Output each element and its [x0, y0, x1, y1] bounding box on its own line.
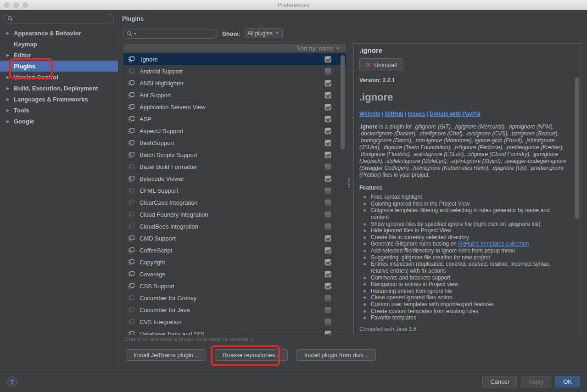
- plugin-checkbox[interactable]: [324, 330, 331, 336]
- plugin-checkbox[interactable]: [324, 175, 331, 182]
- plugin-row[interactable]: Cloud Foundry integration: [123, 208, 346, 220]
- sidebar-item-google[interactable]: ▶Google: [0, 116, 118, 127]
- chevron-right-icon[interactable]: ▶: [6, 108, 14, 112]
- plugin-checkbox[interactable]: [324, 223, 331, 230]
- plugin-checkbox[interactable]: [324, 283, 331, 290]
- chevron-right-icon[interactable]: ▶: [6, 86, 14, 90]
- help-button[interactable]: ?: [7, 376, 17, 387]
- plugin-row[interactable]: CloudBees integration: [123, 220, 346, 232]
- feature-link[interactable]: GitHub's templates collection: [458, 241, 529, 247]
- plugin-link-website[interactable]: Website: [359, 111, 380, 117]
- chevron-right-icon[interactable]: ▶: [6, 97, 14, 101]
- sidebar-item-plugins[interactable]: Plugins: [0, 61, 118, 72]
- chevron-right-icon[interactable]: ▶: [6, 119, 14, 123]
- plugin-checkbox[interactable]: [324, 187, 331, 194]
- plugin-row[interactable]: Cucumber for Groovy: [123, 292, 346, 304]
- plugin-row[interactable]: AspectJ Support: [123, 125, 346, 137]
- plugin-checkbox[interactable]: [324, 128, 331, 134]
- sidebar-item-editor[interactable]: ▶Editor: [0, 50, 118, 61]
- plugin-list-scrollbar[interactable]: [341, 55, 345, 149]
- plugin-row[interactable]: ANSI Highlighter: [123, 77, 346, 89]
- sort-header[interactable]: Sort by: name ▼: [123, 44, 346, 53]
- description-list: .gitignore (GIT), .hgignore (Mercurial),…: [359, 123, 566, 178]
- feature-item: Comments and brackets support: [359, 274, 569, 281]
- plugin-checkbox[interactable]: [324, 80, 331, 87]
- sidebar-item-appearance-behavior[interactable]: ▶Appearance & Behavior: [0, 28, 118, 39]
- sidebar-item-build-execution-deployment[interactable]: ▶Build, Execution, Deployment: [0, 83, 118, 94]
- chevron-right-icon[interactable]: ▶: [6, 31, 14, 35]
- plugin-checkbox[interactable]: [324, 307, 331, 314]
- feature-item: Create custom templates from existing ru…: [359, 308, 569, 315]
- plugin-checkbox[interactable]: [324, 151, 331, 158]
- plugin-row[interactable]: CVS Integration: [123, 316, 346, 328]
- splitter-grip[interactable]: [347, 177, 351, 188]
- plugin-row[interactable]: Bytecode Viewer: [123, 173, 346, 185]
- plugin-checkbox[interactable]: [324, 56, 331, 63]
- plugin-row[interactable]: Cucumber for Java: [123, 304, 346, 316]
- sidebar-item-version-control[interactable]: ▶Version Control: [0, 72, 118, 83]
- window-title: Preferences: [0, 1, 587, 8]
- plugin-row[interactable]: ASP: [123, 113, 346, 125]
- plugin-checkbox[interactable]: [324, 104, 331, 111]
- ok-button[interactable]: OK: [555, 376, 580, 387]
- plugin-checkbox[interactable]: [324, 295, 331, 302]
- plugin-row[interactable]: CFML Support: [123, 185, 346, 196]
- bullet-icon: [363, 236, 366, 239]
- plugin-row[interactable]: CSS Support: [123, 280, 346, 292]
- plugin-name: Cloud Foundry integration: [140, 211, 208, 218]
- plugin-row[interactable]: Android Support: [123, 65, 346, 77]
- plugin-checkbox[interactable]: [324, 68, 331, 75]
- title-bar: Preferences: [0, 0, 587, 10]
- plugin-row[interactable]: Application Servers View: [123, 101, 346, 113]
- plugin-row[interactable]: Bazel Build Formatter: [123, 161, 346, 173]
- plugin-row[interactable]: Batch Scripts Support: [123, 149, 346, 161]
- plugin-row[interactable]: Coverage: [123, 268, 346, 280]
- plugin-row[interactable]: CMD Support: [123, 232, 346, 244]
- sidebar-item-languages-frameworks[interactable]: ▶Languages & Frameworks: [0, 94, 118, 105]
- sidebar-item-label: Keymap: [14, 41, 37, 48]
- plugin-checkbox[interactable]: [324, 235, 331, 242]
- bullet-icon: [363, 310, 366, 313]
- plugin-row[interactable]: Ant Support: [123, 89, 346, 101]
- chevron-right-icon[interactable]: ▶: [6, 75, 14, 79]
- browse-repositories-button[interactable]: Browse repositories...: [215, 349, 288, 361]
- plugin-row[interactable]: ClearCase Integration: [123, 196, 346, 208]
- plugin-checkbox[interactable]: [324, 259, 331, 266]
- details-scrollbar[interactable]: [575, 78, 579, 219]
- plugin-checkbox[interactable]: [324, 247, 331, 254]
- plugin-link-donate-with-paypal[interactable]: Donate with PayPal: [430, 111, 481, 117]
- plugin-checkbox[interactable]: [324, 140, 331, 146]
- plugin-checkbox[interactable]: [324, 163, 331, 170]
- plugin-row[interactable]: Database Tools and SQL: [123, 328, 346, 335]
- plugin-row[interactable]: .ignore: [123, 53, 346, 65]
- chevron-right-icon[interactable]: ▶: [6, 53, 14, 57]
- plugin-checkbox[interactable]: [324, 116, 331, 123]
- plugin-checkbox[interactable]: [324, 92, 331, 99]
- plugin-icon: [128, 175, 135, 182]
- sidebar-item-tools[interactable]: ▶Tools: [0, 105, 118, 116]
- settings-search-input[interactable]: [4, 14, 114, 23]
- install-jetbrains-plugin-button[interactable]: Install JetBrains plugin...: [126, 349, 206, 361]
- uninstall-button[interactable]: ✕ Uninstall: [359, 58, 403, 71]
- plugin-checkbox[interactable]: [324, 211, 331, 218]
- install-plugin-from-disk-button[interactable]: Install plugin from disk...: [296, 349, 376, 361]
- apply-button[interactable]: Apply: [521, 376, 552, 387]
- plugin-link-github[interactable]: GitHub: [385, 111, 403, 117]
- sidebar-item-label: Appearance & Behavior: [14, 30, 81, 37]
- plugin-link-issues[interactable]: Issues: [408, 111, 425, 117]
- cancel-button[interactable]: Cancel: [482, 376, 516, 387]
- dialog-footer: ? Cancel Apply OK: [0, 371, 587, 392]
- plugin-row[interactable]: BashSupport: [123, 137, 346, 149]
- plugin-checkbox[interactable]: [324, 271, 331, 278]
- plugin-checkbox[interactable]: [324, 319, 331, 325]
- feature-item: Renaming entries from ignore file: [359, 288, 569, 295]
- plugin-row[interactable]: Copyright: [123, 256, 346, 268]
- plugin-checkbox[interactable]: [324, 199, 331, 206]
- sidebar-item-keymap[interactable]: Keymap: [0, 39, 118, 50]
- plugin-details-panel: .ignore ✕ Uninstall Version: 2.2.1 .igno…: [353, 43, 581, 335]
- show-filter-dropdown[interactable]: All plugins ▼: [244, 28, 283, 38]
- plugin-search-input[interactable]: ▼: [123, 29, 218, 39]
- search-options-arrow-icon[interactable]: ▼: [134, 32, 137, 35]
- plugin-icon: [128, 282, 135, 290]
- plugin-row[interactable]: CoffeeScript: [123, 244, 346, 256]
